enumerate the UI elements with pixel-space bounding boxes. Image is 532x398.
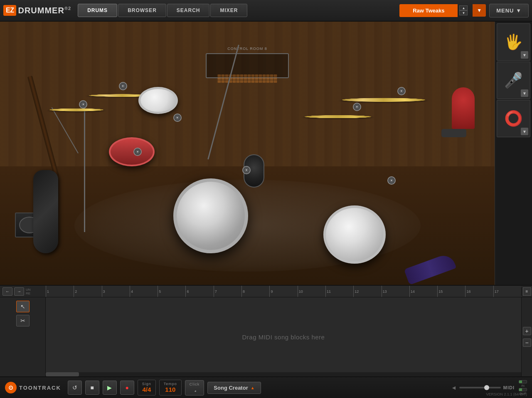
zoom-in-button[interactable]: + — [523, 327, 531, 335]
song-creator-label: Song Creator — [214, 385, 248, 391]
drag-midi-text: Drag MIDI song blocks here — [242, 334, 325, 341]
topbar: EZ DRUMMER®2 DRUMS BROWSER SEARCH MIXER … — [0, 0, 532, 22]
drum-area: CONTROL ROOM 8 — [0, 22, 495, 285]
time-signature-display[interactable]: Sign 4/4 — [138, 380, 156, 396]
ruler-mark-6: 6 — [185, 286, 213, 297]
sequencer-body: ↖ ✂ Drag MIDI song blocks here + − — [0, 297, 532, 376]
ruler-mark-17: 17 — [493, 286, 521, 297]
ruler-mark-1: 1 — [46, 286, 74, 297]
tempo-label: Tempo — [164, 382, 177, 386]
toontrack-icon: ⊙ — [5, 382, 17, 393]
ruler-mark-12: 12 — [353, 286, 381, 297]
volume-slider[interactable] — [459, 387, 501, 388]
play-icon: ▶ — [107, 384, 112, 391]
tab-browser[interactable]: BROWSER — [118, 4, 166, 17]
song-creator-arrow: ▲ — [251, 386, 255, 390]
tab-search[interactable]: SEARCH — [167, 4, 210, 17]
zoom-out-button[interactable]: − — [523, 339, 531, 347]
stop-icon: ■ — [91, 384, 94, 391]
toontrack-text: TOONTRACK — [19, 385, 61, 391]
chair-seat — [441, 129, 466, 137]
record-button[interactable]: ● — [120, 381, 134, 395]
logo-area: EZ DRUMMER®2 — [3, 5, 71, 16]
click-label: Click — [190, 382, 200, 386]
thumb-arrow-3[interactable]: ▼ — [521, 128, 528, 135]
tab-mixer[interactable]: MIXER — [210, 4, 247, 17]
ruler-mark-9: 9 — [269, 286, 297, 297]
ruler-mark-4: 4 — [130, 286, 158, 297]
thumb-item-3[interactable]: ⭕ ▼ — [497, 100, 530, 137]
track-scrollbar[interactable] — [46, 372, 521, 376]
midi-out-bar — [519, 388, 527, 391]
select-tool-button[interactable]: ↖ — [16, 301, 30, 312]
redo-button[interactable]: → — [14, 287, 24, 296]
zoom-controls: + − — [521, 297, 532, 376]
thumb-hand-icon-2: 🎤 — [504, 72, 523, 89]
song-creator-button[interactable]: Song Creator ▲ — [207, 382, 261, 394]
ruler-mark-15: 15 — [437, 286, 465, 297]
redo-label: RE — [26, 292, 31, 295]
midi-in-label: IN — [519, 384, 527, 388]
crash2-selector[interactable] — [397, 87, 406, 95]
ruler-marks: 1 2 3 4 5 6 7 8 9 10 11 12 13 14 15 16 1 — [46, 286, 521, 297]
kick-drum[interactable] — [173, 178, 248, 253]
thumb-item-1[interactable]: 🖐 ▼ — [497, 23, 530, 61]
sequencer-area: ← → UN RE 1 2 3 4 5 6 7 8 9 — [0, 285, 532, 376]
ruler-mark-3: 3 — [102, 286, 130, 297]
crash-cymbal-2[interactable] — [340, 98, 427, 101]
rack-tom-selector[interactable] — [173, 114, 182, 122]
bottom-bar: ⊙ TOONTRACK ↺ ■ ▶ ● Sign 4/4 Tempo 110 C… — [0, 376, 532, 398]
preset-up-arrow[interactable]: ▲ — [459, 5, 468, 10]
record-icon: ● — [126, 384, 129, 391]
ruler-mark-7: 7 — [214, 286, 241, 297]
preset-button[interactable]: Raw Tweaks — [399, 4, 458, 17]
ruler-mark-2: 2 — [74, 286, 101, 297]
crash1-selector[interactable] — [119, 82, 127, 90]
stop-button[interactable]: ■ — [85, 381, 99, 395]
scissors-tool-button[interactable]: ✂ — [16, 315, 30, 326]
menu-button[interactable]: MENU ▼ — [489, 4, 529, 17]
ruler-ctrl-menu[interactable]: ≡ — [523, 287, 531, 296]
hihat-cymbal[interactable] — [49, 108, 104, 111]
right-panel: 🖐 ▼ 🎤 ▼ ⭕ ▼ — [495, 22, 532, 285]
click-button[interactable]: Click 𝅗 — [185, 380, 204, 396]
snare-drum[interactable] — [109, 137, 155, 166]
ride-selector[interactable] — [353, 103, 361, 111]
preset-down-arrow[interactable]: ▼ — [459, 10, 468, 15]
preset-selector: Raw Tweaks ▲ ▼ ▼ — [399, 4, 486, 17]
electric-guitar — [25, 48, 66, 253]
sign-label: Sign — [142, 382, 151, 386]
menu-label: MENU — [496, 7, 514, 14]
chair-back — [452, 87, 475, 129]
play-button[interactable]: ▶ — [103, 381, 117, 395]
tempo-value: 110 — [165, 386, 175, 393]
ruler-controls: ≡ — [521, 287, 532, 296]
midi-label: MIDI — [503, 385, 515, 390]
ruler-mark-10: 10 — [298, 286, 325, 297]
sign-value: 4/4 — [142, 386, 151, 393]
scroll-thumb[interactable] — [46, 372, 79, 376]
lounge-chair — [437, 87, 475, 137]
toontrack-logo: ⊙ TOONTRACK — [5, 382, 61, 393]
thumb-arrow-2[interactable]: ▼ — [521, 89, 528, 97]
guitar-neck — [27, 76, 59, 178]
floor-tom[interactable] — [323, 205, 386, 264]
studio-background: CONTROL ROOM 8 — [0, 22, 495, 285]
tab-drums[interactable]: DRUMS — [78, 4, 117, 17]
midi-in-bar — [519, 380, 527, 383]
ruler-mark-13: 13 — [382, 286, 409, 297]
thumb-hand-icon-3: ⭕ — [504, 110, 523, 127]
volume-thumb[interactable] — [484, 385, 489, 390]
track-area[interactable]: Drag MIDI song blocks here — [46, 297, 521, 376]
preset-dropdown-arrow[interactable]: ▼ — [473, 4, 486, 17]
thumb-item-2[interactable]: 🎤 ▼ — [497, 62, 530, 99]
ride-cymbal[interactable] — [303, 115, 372, 118]
preset-nav-arrows: ▲ ▼ — [459, 5, 468, 15]
rack-tom-1[interactable] — [138, 87, 178, 114]
version-sup: ®2 — [64, 6, 71, 11]
tempo-display[interactable]: Tempo 110 — [159, 380, 182, 396]
loop-button[interactable]: ↺ — [68, 381, 82, 395]
timeline-ruler: 1 2 3 4 5 6 7 8 9 10 11 12 13 14 15 16 1 — [46, 286, 521, 297]
undo-button[interactable]: ← — [2, 287, 12, 296]
thumb-arrow-1[interactable]: ▼ — [521, 51, 528, 59]
